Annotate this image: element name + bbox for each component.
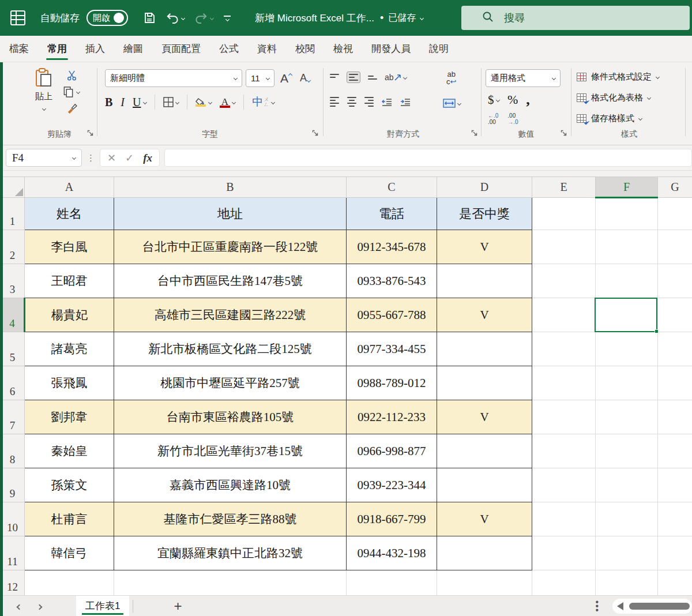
comma-format-button[interactable]: , (526, 91, 530, 108)
cell-address[interactable]: 高雄市三民區建國三路222號 (114, 298, 347, 332)
bold-button[interactable]: B (105, 96, 112, 109)
horizontal-scrollbar[interactable] (612, 599, 692, 614)
row-header-8[interactable]: 8 (1, 434, 25, 468)
format-as-table-button[interactable]: 格式化為表格 (577, 89, 650, 106)
cell-styles-button[interactable]: 儲存格樣式 (577, 110, 642, 127)
sheet-options-dots-icon[interactable]: ••• (595, 600, 599, 613)
cell-phone[interactable]: 0922-112-233 (347, 400, 437, 434)
customize-qat-icon[interactable] (224, 16, 231, 21)
cell-address[interactable]: 桃園市中壢區延平路257號 (114, 366, 347, 400)
cell-won[interactable]: V (437, 400, 532, 434)
italic-button[interactable]: I (121, 96, 125, 109)
cell-name[interactable]: 楊貴妃 (25, 298, 114, 332)
cell-won[interactable]: V (437, 502, 532, 536)
column-header-b[interactable]: B (114, 177, 347, 198)
phonetic-guide-button[interactable]: 中 ㄨㄥ (252, 95, 274, 110)
align-center-button[interactable] (347, 97, 356, 107)
cell-phone[interactable]: 0933-876-543 (347, 264, 437, 298)
cell-address[interactable]: 台北市中正區重慶南路一段122號 (114, 230, 347, 264)
column-header-g[interactable]: G (658, 177, 692, 198)
row-header-12[interactable]: 12 (1, 570, 25, 596)
cell-address[interactable]: 台南市東區裕農路105號 (114, 400, 347, 434)
tab-home[interactable]: 常用 (38, 36, 76, 62)
conditional-formatting-button[interactable]: 條件式格式設定 (577, 68, 659, 85)
font-dialog-launcher-icon[interactable] (312, 128, 318, 138)
tab-draw[interactable]: 繪圖 (114, 36, 152, 62)
increase-indent-button[interactable] (400, 98, 411, 106)
row-header-9[interactable]: 9 (1, 468, 25, 502)
cell-won[interactable] (437, 468, 532, 502)
align-right-button[interactable] (364, 97, 374, 107)
wrap-text-button[interactable]: ab c↩ (446, 70, 456, 85)
cell-phone[interactable]: 0977-334-455 (347, 332, 437, 366)
cell-won[interactable] (437, 332, 532, 366)
tab-formulas[interactable]: 公式 (210, 36, 248, 62)
cell-name[interactable]: 諸葛亮 (25, 332, 114, 366)
paste-button[interactable]: 貼上 (29, 68, 59, 112)
underline-button[interactable]: U (133, 96, 146, 109)
save-status[interactable]: • 已儲存 (380, 12, 423, 24)
cell-name[interactable]: 劉邦韋 (25, 400, 114, 434)
tab-insert[interactable]: 插入 (76, 36, 114, 62)
cell-name[interactable]: 李白風 (25, 230, 114, 264)
sheet-nav-right-icon[interactable] (37, 601, 42, 611)
decrease-indent-button[interactable] (382, 98, 392, 106)
row-header-7[interactable]: 7 (1, 400, 25, 434)
cell-address[interactable]: 台中市西區民生路147巷5號 (114, 264, 347, 298)
insert-function-button[interactable]: fx (143, 152, 152, 164)
scrollbar-thumb[interactable] (629, 603, 690, 610)
cut-button[interactable] (63, 69, 80, 81)
align-top-button[interactable] (330, 74, 339, 81)
align-middle-button[interactable] (347, 72, 360, 83)
row-header-6[interactable]: 6 (1, 366, 25, 400)
search-input[interactable]: 搜尋 (461, 6, 690, 30)
cell-phone[interactable]: 0918-667-799 (347, 502, 437, 536)
save-icon[interactable] (143, 12, 156, 24)
cell-phone[interactable]: 0988-789-012 (347, 366, 437, 400)
percent-format-button[interactable]: % (507, 92, 518, 107)
cell-address[interactable]: 宜蘭縣羅東鎮中正北路32號 (114, 536, 347, 570)
copy-button[interactable] (63, 86, 80, 97)
tab-page-layout[interactable]: 頁面配置 (152, 36, 210, 62)
column-header-f[interactable]: F (596, 177, 658, 198)
cell-phone[interactable]: 0955-667-788 (347, 298, 437, 332)
decrease-decimal-button[interactable]: .00→.0 (507, 113, 518, 125)
align-left-button[interactable] (330, 97, 339, 107)
row-header-5[interactable]: 5 (1, 332, 25, 366)
row-header-11[interactable]: 11 (1, 536, 25, 570)
clipboard-dialog-launcher-icon[interactable] (87, 128, 93, 138)
selected-cell-f4[interactable] (596, 298, 658, 332)
cell-name[interactable]: 杜甫言 (25, 502, 114, 536)
borders-button[interactable] (163, 97, 179, 107)
add-sheet-button[interactable]: + (174, 598, 182, 614)
scroll-left-arrow-icon[interactable] (617, 602, 623, 610)
column-header-e[interactable]: E (532, 177, 596, 198)
undo-button[interactable] (166, 12, 185, 24)
cell-name[interactable]: 王昭君 (25, 264, 114, 298)
tab-file[interactable]: 檔案 (0, 36, 38, 62)
fill-color-button[interactable] (195, 97, 211, 107)
tab-developer[interactable]: 開發人員 (362, 36, 420, 62)
tab-review[interactable]: 校閱 (286, 36, 324, 62)
row-header-4[interactable]: 4 (1, 298, 25, 332)
cell-address[interactable]: 基隆市仁愛區孝三路88號 (114, 502, 347, 536)
cell-a1[interactable]: 姓名 (25, 198, 114, 230)
cell-name[interactable]: 孫策文 (25, 468, 114, 502)
number-format-select[interactable]: 通用格式 (486, 69, 561, 87)
cancel-button[interactable]: ✕ (107, 152, 116, 164)
cell-won[interactable]: V (437, 298, 532, 332)
row-header-3[interactable]: 3 (1, 264, 25, 298)
cell-won[interactable]: V (437, 230, 532, 264)
cell-address[interactable]: 新北市板橋區文化路二段125號 (114, 332, 347, 366)
column-header-c[interactable]: C (347, 177, 437, 198)
cell-phone[interactable]: 0912-345-678 (347, 230, 437, 264)
row-header-1[interactable]: 1 (1, 198, 25, 230)
column-header-a[interactable]: A (25, 177, 114, 198)
cell-won[interactable] (437, 536, 532, 570)
sheet-tab-active[interactable]: 工作表1 (76, 596, 129, 616)
tab-help[interactable]: 說明 (420, 36, 458, 62)
formula-bar-handle[interactable]: ⋮ (86, 153, 95, 163)
grow-font-button[interactable]: A (280, 72, 292, 85)
tab-view[interactable]: 檢視 (324, 36, 362, 62)
excel-logo-icon[interactable] (10, 10, 25, 25)
